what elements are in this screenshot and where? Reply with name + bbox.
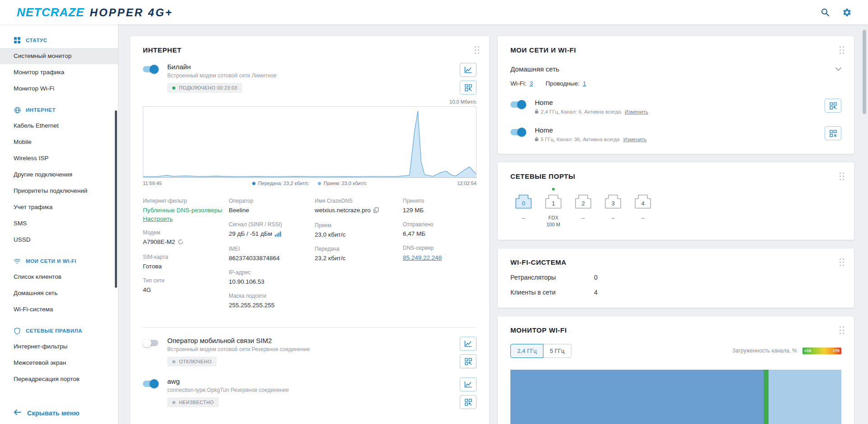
search-icon[interactable]: [820, 7, 830, 17]
connection-desc: Встроенный модем сотовой сети Резервное …: [167, 346, 453, 353]
field-value: 10.90.106.53: [229, 278, 308, 286]
dns-server-link[interactable]: 85.249.22.248: [403, 254, 442, 261]
sidebar-item-sms[interactable]: SMS: [0, 215, 118, 232]
page-scrollbar[interactable]: [863, 30, 866, 114]
network-meta-text: 5 ГГц, Канал: 36, Активна всегда: [541, 137, 620, 142]
utilization-segment: [510, 370, 764, 424]
connection-name: Оператор мобильной связи SIM2: [167, 337, 453, 344]
traffic-chart-frame: [143, 106, 476, 178]
drag-handle-icon[interactable]: [840, 258, 844, 266]
sidebar-scrollbar[interactable]: [115, 110, 117, 288]
band-tabs: 2,4 ГГц 5 ГГц: [510, 344, 571, 358]
sidebar-item-home-network[interactable]: Домашняя сеть: [0, 285, 118, 301]
sidebar-item-wifi-monitor[interactable]: Монитор Wi-Fi: [0, 81, 118, 97]
connection-qr-button[interactable]: [460, 354, 476, 368]
network-info: Home 5 ГГц, Канал: 36, Активна всегда Из…: [535, 126, 825, 142]
qr-code-button[interactable]: [825, 99, 841, 113]
field-sent: Отправлено 6,47 МБ: [403, 221, 476, 238]
arrow-left-icon: [14, 409, 22, 417]
change-link[interactable]: Изменить: [625, 109, 648, 114]
connection-toggle[interactable]: [143, 381, 158, 387]
sidebar-section-network-rules: СЕТЕВЫЕ ПРАВИЛА Интернет-фильтры Межсете…: [0, 320, 118, 387]
sidebar-section-header-status[interactable]: СТАТУС: [0, 30, 118, 48]
connection-qr-button[interactable]: [460, 395, 476, 409]
home-network-group[interactable]: Домашняя сеть: [510, 65, 841, 73]
connection-chart-button[interactable]: [460, 377, 476, 391]
connection-name: awg: [167, 377, 453, 385]
port-2[interactable]: 2 –: [572, 187, 594, 228]
port-activity-dot: [542, 187, 565, 191]
drag-handle-icon[interactable]: [475, 46, 479, 54]
collapse-menu-button[interactable]: Скрывать меню: [14, 409, 80, 417]
sidebar-item-mobile[interactable]: Mobile: [0, 134, 118, 150]
status-dot-icon: [172, 360, 175, 363]
connection-chart-button[interactable]: [460, 337, 476, 351]
sidebar-item-ethernet-cable[interactable]: Кабель Ethernet: [0, 118, 118, 134]
traffic-chart-svg: [143, 107, 476, 177]
sidebar-section-header-my-networks[interactable]: МОИ СЕТИ И WI-FI: [0, 251, 118, 269]
configure-link[interactable]: Настроить: [143, 215, 173, 222]
connection-status-text: ОТКЛЮЧЕНО: [179, 359, 212, 364]
sidebar-item-wireless-isp[interactable]: Wireless ISP: [0, 150, 118, 167]
copy-icon[interactable]: [373, 207, 379, 215]
sidebar-item-traffic-accounting[interactable]: Учет трафика: [0, 199, 118, 215]
field-tx-rate: Передача 23,2 кбит/с: [315, 246, 403, 262]
connection-info: Оператор мобильной связи SIM2 Встроенный…: [167, 337, 453, 367]
wired-count-link[interactable]: 1: [583, 80, 586, 87]
field-network-type: Тип сети 4G: [143, 277, 229, 294]
sidebar-item-client-list[interactable]: Список клиентов: [0, 269, 118, 285]
connection-qr-button[interactable]: [460, 81, 476, 95]
refresh-icon[interactable]: [178, 239, 184, 247]
tab-24ghz[interactable]: 2,4 ГГц: [510, 344, 543, 358]
sidebar-item-ussd[interactable]: USSD: [0, 232, 118, 248]
sidebar-item-connection-priorities[interactable]: Приоритеты подключений: [0, 183, 118, 199]
network-toggle[interactable]: [510, 129, 526, 135]
qr-code-disabled-button[interactable]: [825, 126, 841, 140]
wifi-monitor-card: МОНИТОР WI-FI 2,4 ГГц 5 ГГц Загруженност…: [498, 316, 854, 424]
port-4[interactable]: 4 –: [632, 187, 654, 228]
port-1[interactable]: 1 FDX 100 M: [542, 187, 565, 228]
sidebar-item-internet-filters[interactable]: Интернет-фильтры: [0, 338, 118, 355]
field-value[interactable]: Публичные DNS-резолверы: [143, 206, 222, 214]
connection-toggle[interactable]: [143, 340, 158, 346]
drag-handle-icon[interactable]: [840, 46, 844, 54]
field-value: 4G: [143, 286, 222, 294]
field-value: 23,2 кбит/с: [315, 254, 396, 262]
port-activity-dot: [512, 187, 535, 191]
chart-time-start: 11:59:45: [143, 181, 162, 186]
legend-tx-label: Передача: 23,2 кбит/с: [258, 181, 309, 186]
svg-text:2: 2: [581, 200, 585, 207]
wifi-count-link[interactable]: 3: [529, 80, 533, 87]
sidebar-item-firewall[interactable]: Межсетевой экран: [0, 355, 118, 371]
connection-toggle[interactable]: [143, 66, 158, 72]
network-toggle[interactable]: [510, 101, 526, 108]
chevron-down-icon[interactable]: [835, 65, 841, 73]
sidebar-item-port-forwarding[interactable]: Переадресация портов: [0, 371, 118, 387]
sidebar-section-header-internet[interactable]: ИНТЕРНЕТ: [0, 100, 118, 118]
network-meta: 5 ГГц, Канал: 36, Активна всегда Изменит…: [535, 137, 825, 142]
sidebar-item-other-connections[interactable]: Другие подключения: [0, 167, 118, 183]
right-column: МОИ СЕТИ И WI-FI Домашняя сеть Wi-Fi: 3 …: [498, 36, 854, 424]
port-0[interactable]: 0 –: [512, 187, 535, 228]
port-3[interactable]: 3 –: [602, 187, 624, 228]
field-label: Маска подсети: [229, 293, 308, 299]
tab-5ghz[interactable]: 5 ГГц: [543, 344, 571, 358]
wifi-utilization-chart: [510, 370, 841, 424]
field-value: Готова: [143, 262, 222, 271]
gear-icon[interactable]: [842, 7, 852, 17]
status-dot-icon: [172, 401, 175, 404]
sidebar-item-system-monitor[interactable]: Системный монитор: [0, 48, 118, 64]
network-name: Home: [535, 99, 825, 106]
chart-ymax-label: 10,0 Мбит/с: [449, 99, 476, 105]
details-column-3: Имя CrazeDNS wetxius.netcraze.pro Прием …: [315, 198, 403, 316]
my-networks-card-title: МОИ СЕТИ И WI-FI: [510, 46, 841, 54]
connection-desc: Встроенный модем сотовой сети Лимитное: [167, 72, 453, 79]
sidebar-item-wifi-system[interactable]: Wi-Fi-система: [0, 301, 118, 318]
status-dot-icon: [172, 86, 175, 90]
sidebar-item-traffic-monitor[interactable]: Монитор трафика: [0, 64, 118, 81]
drag-handle-icon[interactable]: [840, 326, 844, 334]
change-link[interactable]: Изменить: [623, 137, 647, 142]
sidebar-section-header-network-rules[interactable]: СЕТЕВЫЕ ПРАВИЛА: [0, 320, 118, 338]
drag-handle-icon[interactable]: [840, 172, 844, 180]
connection-chart-button[interactable]: [460, 63, 476, 77]
